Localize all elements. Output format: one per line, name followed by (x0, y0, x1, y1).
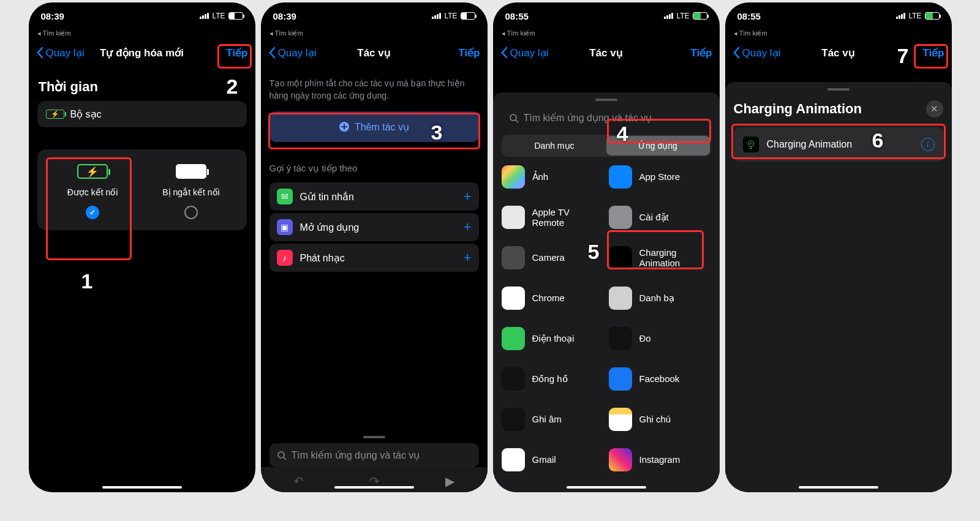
plus-icon[interactable]: + (464, 219, 472, 235)
app-label: App Store (639, 171, 680, 182)
app-row[interactable]: Facebook (609, 367, 711, 391)
plus-icon[interactable]: + (464, 250, 472, 266)
search-input[interactable]: Tìm kiếm ứng dụng và tác vụ (270, 443, 479, 467)
step-1: 1 (81, 269, 93, 293)
back-button[interactable]: Quay lại (500, 47, 549, 59)
grabber-icon[interactable] (595, 99, 617, 101)
app-row[interactable]: Đo (609, 327, 711, 350)
app-row[interactable]: Điện thoại (502, 327, 604, 350)
charger-row[interactable]: ⚡ Bộ sạc (37, 101, 247, 127)
action-sheet: Tìm kiếm ứng dụng và tác vụ Danh mục Ứng… (493, 92, 720, 492)
app-icon (502, 246, 525, 269)
app-icon (609, 287, 632, 310)
app-label: Cài đặt (639, 212, 669, 222)
phone-screen-3: 08:55 LTE ◂ Tìm kiếm Quay lại Tác vụ Tiế… (493, 2, 720, 492)
app-row[interactable]: Apple TV Remote (502, 206, 604, 229)
app-row[interactable]: Ghi âm (502, 408, 604, 431)
app-label: Điện thoại (532, 333, 575, 343)
app-row[interactable]: Chrome (502, 287, 604, 310)
suggestion-icon: ♪ (277, 250, 293, 266)
app-row[interactable]: App Store (609, 165, 711, 189)
app-row[interactable]: Cài đặt (609, 206, 711, 229)
chevron-left-icon (36, 47, 43, 59)
phone-screen-1: 08:39 LTE ◂ Tìm kiếm Quay lại Tự động hó… (29, 2, 255, 492)
close-button[interactable]: ✕ (926, 100, 943, 118)
app-icon (609, 165, 632, 189)
app-icon (609, 367, 632, 391)
radio-disconnected[interactable] (184, 206, 198, 219)
app-label: Đo (639, 333, 651, 343)
back-button[interactable]: Quay lại (36, 47, 85, 59)
run-icon[interactable]: ▶ (445, 474, 454, 489)
plus-icon[interactable]: + (464, 189, 472, 204)
status-bar: 08:39 LTE (29, 2, 255, 29)
battery-icon (228, 12, 243, 20)
next-button[interactable]: Tiếp (690, 47, 712, 59)
suggestion-label: Gửi tin nhắn (300, 191, 354, 203)
phone-screen-2: 08:39 LTE ◂ Tìm kiếm Quay lại Tác vụ Tiế… (261, 2, 488, 492)
app-row[interactable]: Danh bạ (609, 287, 711, 310)
suggestion-row[interactable]: ♪Phát nhạc+ (270, 244, 479, 272)
app-row[interactable]: Đồng hồ (502, 367, 604, 391)
battery-full-icon (176, 164, 206, 179)
app-icon (502, 327, 525, 350)
app-icon (502, 206, 525, 229)
charger-label: Bộ sạc (70, 108, 102, 120)
breadcrumb[interactable]: ◂ Tìm kiếm (29, 29, 255, 37)
app-label: Facebook (639, 373, 680, 384)
app-label: Đồng hồ (532, 373, 568, 384)
app-label: Chrome (532, 293, 565, 303)
step-6: 6 (872, 129, 884, 152)
app-icon (502, 367, 525, 391)
app-icon (502, 287, 525, 310)
charger-icon: ⚡ (46, 110, 64, 119)
suggestion-icon: ▣ (277, 219, 293, 235)
hint-text: Tạo một phím tắt cho các tác vụ mà bạn t… (261, 68, 488, 108)
nav-title: Tác vụ (357, 47, 390, 59)
network-label: LTE (212, 12, 225, 20)
undo-icon[interactable]: ↶ (293, 474, 304, 489)
app-icon (502, 408, 525, 431)
suggestions-title: Gợi ý tác vụ tiếp theo (261, 146, 488, 180)
suggestion-row[interactable]: ✉Gửi tin nhắn+ (270, 182, 479, 211)
step-3: 3 (431, 121, 443, 144)
signal-icon (200, 13, 209, 19)
suggestion-icon: ✉ (277, 189, 293, 204)
back-button[interactable]: Quay lại (733, 47, 781, 59)
suggestion-label: Phát nhạc (300, 252, 345, 264)
app-label: Ghi âm (532, 414, 562, 424)
step-4: 4 (617, 122, 628, 146)
phone-screen-4: 08:55 LTE ◂ Tìm kiếm Quay lại Tác vụ Tiế… (725, 2, 952, 492)
sheet-title: Charging Animation (734, 101, 862, 117)
app-label: Apple TV Remote (532, 207, 604, 228)
app-icon (609, 206, 632, 229)
next-button[interactable]: Tiếp (458, 47, 480, 59)
back-button[interactable]: Quay lại (268, 47, 317, 59)
app-label: Ghi chú (639, 414, 671, 424)
app-label: Instagram (639, 454, 680, 465)
step-7: 7 (897, 44, 909, 68)
search-icon (509, 113, 519, 123)
step-5: 5 (588, 240, 600, 264)
app-icon (502, 165, 525, 189)
app-icon (502, 448, 525, 471)
suggestion-label: Mở ứng dụng (300, 222, 360, 233)
nav-title: Tự động hóa mới (100, 47, 184, 59)
suggestion-row[interactable]: ▣Mở ứng dụng+ (270, 213, 479, 241)
app-icon (609, 448, 632, 471)
tab-categories[interactable]: Danh mục (503, 136, 606, 156)
status-time: 08:39 (41, 11, 64, 21)
app-row[interactable]: Gmail (502, 448, 604, 471)
svg-point-1 (278, 452, 284, 458)
section-title-time: Thời gian (39, 79, 246, 95)
search-icon (277, 451, 287, 460)
app-icon (609, 408, 632, 431)
app-label: Gmail (532, 454, 556, 465)
app-row[interactable]: Ảnh (502, 165, 604, 189)
app-row[interactable]: Ghi chú (609, 408, 711, 431)
option-disconnected[interactable]: Bị ngắt kết nối (142, 164, 241, 219)
home-indicator[interactable] (102, 486, 182, 489)
app-label: Danh bạ (639, 293, 674, 303)
grabber-icon[interactable] (363, 436, 385, 438)
app-row[interactable]: Instagram (609, 448, 711, 471)
